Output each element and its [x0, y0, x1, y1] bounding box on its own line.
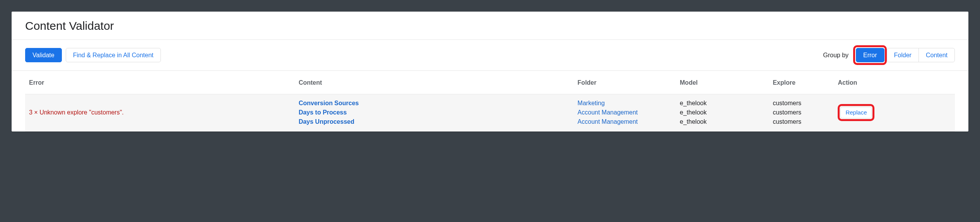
th-action: Action	[834, 71, 955, 94]
folder-link[interactable]: Account Management	[577, 109, 672, 116]
cell-content: Conversion Sources Days to Process Days …	[295, 94, 574, 132]
highlight-ring-group-error: Error	[853, 45, 887, 65]
cell-folder: Marketing Account Management Account Man…	[574, 94, 676, 132]
folder-link[interactable]: Account Management	[577, 118, 672, 125]
replace-button[interactable]: Replace	[840, 107, 872, 118]
th-content: Content	[295, 71, 574, 94]
cell-error: 3 × Unknown explore "customers".	[25, 94, 295, 132]
group-by-content-button[interactable]: Content	[919, 48, 955, 62]
explore-text: customers	[773, 118, 830, 125]
model-text: e_thelook	[680, 100, 765, 107]
table-row: 3 × Unknown explore "customers". Convers…	[25, 94, 955, 132]
content-link[interactable]: Conversion Sources	[299, 100, 570, 107]
toolbar: Validate Find & Replace in All Content G…	[12, 40, 968, 71]
group-by-folder-button[interactable]: Folder	[887, 48, 919, 62]
page-title: Content Validator	[25, 19, 955, 32]
cell-explore: customers customers customers	[769, 94, 834, 132]
validate-button[interactable]: Validate	[25, 48, 62, 62]
results-table-wrap: Error Content Folder Model Explore Actio…	[12, 71, 968, 131]
content-validator-panel: Content Validator Validate Find & Replac…	[12, 12, 968, 131]
group-by-label: Group by	[823, 52, 849, 59]
th-error: Error	[25, 71, 295, 94]
content-link[interactable]: Days Unprocessed	[299, 118, 570, 125]
group-by-buttons-rest: Folder Content	[887, 48, 955, 62]
model-text: e_thelook	[680, 109, 765, 116]
toolbar-left: Validate Find & Replace in All Content	[25, 48, 161, 62]
find-replace-button[interactable]: Find & Replace in All Content	[66, 48, 161, 62]
table-header-row: Error Content Folder Model Explore Actio…	[25, 71, 955, 94]
results-table: Error Content Folder Model Explore Actio…	[25, 71, 955, 131]
th-model: Model	[676, 71, 769, 94]
group-by-buttons: Error	[856, 48, 884, 62]
explore-text: customers	[773, 109, 830, 116]
explore-text: customers	[773, 100, 830, 107]
model-text: e_thelook	[680, 118, 765, 125]
toolbar-right: Group by Error Folder Content	[823, 45, 955, 65]
cell-model: e_thelook e_thelook e_thelook	[676, 94, 769, 132]
group-by-error-button[interactable]: Error	[856, 48, 884, 62]
page-header: Content Validator	[12, 12, 968, 40]
th-explore: Explore	[769, 71, 834, 94]
th-folder: Folder	[574, 71, 676, 94]
error-text: 3 × Unknown explore "customers".	[29, 109, 124, 116]
content-link[interactable]: Days to Process	[299, 109, 570, 116]
cell-action: Replace	[834, 94, 955, 132]
highlight-ring-replace: Replace	[838, 104, 874, 121]
folder-link[interactable]: Marketing	[577, 100, 672, 107]
